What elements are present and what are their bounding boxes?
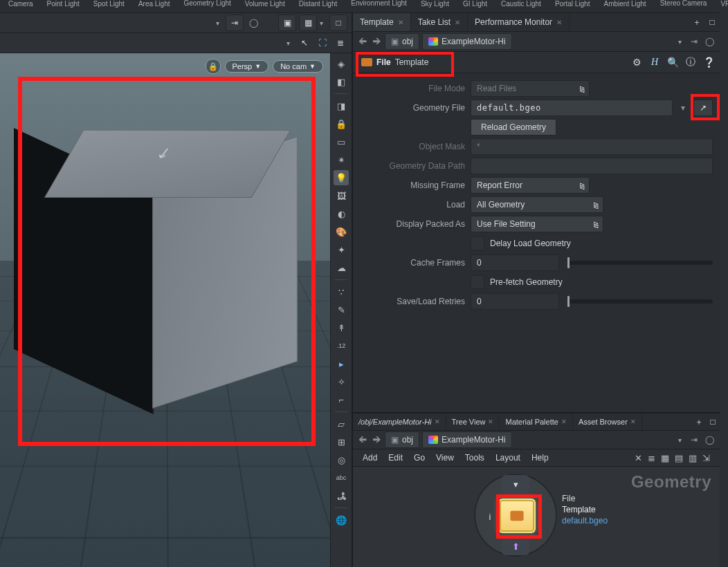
display-packed-combo[interactable]: Use File Setting [471,216,603,232]
maximize-pane-icon[interactable]: □ [329,15,347,31]
nav-back-icon[interactable]: 🡰 [357,37,368,46]
retries-slider[interactable] [567,299,713,304]
object-mask-field[interactable]: * [471,138,713,155]
shelf-stereo-camera[interactable]: Stereo Camera [656,0,711,6]
menu-tools[interactable]: Tools [465,453,484,463]
menu-layout[interactable]: Layout [495,453,520,463]
camera-menu-persp[interactable]: Persp▼ [225,60,269,73]
netpath-drop-icon[interactable]: ▾ [678,436,685,444]
prefetch-checkbox[interactable] [471,275,484,289]
nettab-tree-view[interactable]: Tree View✕ [446,413,500,430]
bg-img-icon[interactable]: 🖼 [334,188,349,203]
shelf-volume-light[interactable]: Volume Light [241,0,289,8]
display-options2-icon[interactable]: ▦ [299,15,317,31]
add-tab-icon[interactable]: ＋ [689,17,704,28]
pin-icon[interactable]: ⇥ [688,435,700,445]
xray-icon[interactable]: ✦ [334,242,349,257]
houdini-help-icon[interactable]: H [648,57,662,68]
wrench-icon[interactable]: ✕ [635,453,642,463]
info-icon[interactable]: ⓘ [684,56,698,68]
netpath-obj[interactable]: ▣ obj [385,431,419,448]
tab-performance-monitor[interactable]: Performance Monitor✕ [468,13,570,31]
close-icon[interactable]: ✕ [398,19,403,26]
tab-template[interactable]: Template✕ [353,13,411,31]
shelf-ambient-light[interactable]: Ambient Light [599,0,650,8]
shelf-geometry-light[interactable]: Geometry Light [179,0,235,6]
point-num-icon[interactable]: .12 [334,338,349,353]
menu-add[interactable]: Add [363,453,377,463]
headlight-icon[interactable]: 💡 [334,170,349,185]
globe-icon[interactable]: ◯ [703,37,716,46]
add-tab-icon[interactable]: ＋ [692,416,706,428]
display-options-icon[interactable]: ▣ [278,15,296,31]
ref-plane-icon[interactable]: ◨ [334,98,349,113]
pin-icon[interactable]: ⇥ [688,37,700,46]
shelf-gi-light[interactable]: GI Light [459,0,491,8]
shelf-caustic-light[interactable]: Caustic Light [497,0,545,8]
lock-icon[interactable]: 🔒 [334,116,349,131]
nettab-asset-browser[interactable]: Asset Browser✕ [573,413,642,430]
shelf-environment-light[interactable]: Environment Light [347,0,411,6]
retries-field[interactable]: 0 [471,293,559,310]
netpath-node[interactable]: ExampleMotor-Hi [422,431,512,448]
list-icon[interactable]: ≣ [648,453,655,463]
close-icon[interactable]: ✕ [556,19,562,26]
persp-icon[interactable]: ◈ [334,56,349,71]
geom-data-path-field[interactable] [471,158,713,174]
close-icon[interactable]: ✕ [435,418,440,425]
delay-load-checkbox[interactable] [471,236,484,250]
shelf-point-light[interactable]: Point Light [43,0,84,8]
shelf-spot-light[interactable]: Spot Light [89,0,129,8]
nav-forward-icon[interactable]: 🡲 [371,435,382,445]
menu-view[interactable]: View [436,453,454,463]
material-icon[interactable]: 🎨 [334,224,349,239]
brush-icon[interactable]: ✎ [334,302,349,317]
node-ring-menu[interactable]: ▾ i ⬆ File Template default.bgeo [471,474,581,564]
search-icon[interactable]: 🔍 [666,57,680,68]
gear-icon[interactable]: ⚙ [630,57,644,68]
globe-icon[interactable]: ◯ [703,435,716,445]
shelf-area-light[interactable]: Area Light [134,0,174,8]
maximize-pane-icon[interactable]: □ [706,417,720,427]
point-disp-icon[interactable]: ∵ [334,284,349,299]
ghost-icon[interactable]: ☁ [334,260,349,275]
shelf-portal-light[interactable]: Portal Light [551,0,594,8]
menu-go[interactable]: Go [414,453,425,463]
file-mode-combo[interactable]: Read Files [471,80,590,97]
ruler-icon[interactable]: ⌐ [334,392,349,407]
toolbar-drop-icon[interactable]: ▾ [216,19,223,27]
lock-view-icon[interactable]: 🔒 [206,59,221,74]
image-bg-icon[interactable]: 🏞 [334,488,349,503]
snap-toggle-icon[interactable]: ⇥ [226,15,244,31]
close-icon[interactable]: ✕ [561,418,567,425]
path-drop-icon[interactable]: ▾ [678,38,685,46]
path-obj[interactable]: ▣ obj [385,33,419,50]
cache-frames-slider[interactable] [567,261,713,265]
maximize-pane-icon[interactable]: □ [704,17,720,27]
origin-icon[interactable]: ◎ [334,452,349,467]
node-ring-top-icon[interactable]: ▾ [502,475,529,493]
cache-frames-field[interactable]: 0 [471,254,559,271]
load-combo[interactable]: All Geometry [471,196,603,213]
viewport-3d[interactable]: ↙ 🔒 Persp▼ No cam▼ [0,53,330,567]
globe-icon[interactable]: ◯ [246,15,260,30]
nav-forward-icon[interactable]: 🡲 [371,37,382,46]
file-chooser-button[interactable]: ↗ [693,100,713,116]
sheet-icon[interactable]: ▥ [689,453,697,463]
reload-geometry-button[interactable]: Reload Geometry [471,119,556,136]
ortho-icon[interactable]: ▭ [334,134,349,149]
select-filter-icon[interactable]: ≣ [334,35,347,50]
path-node[interactable]: ExampleMotor-Hi [422,33,512,50]
missing-frame-combo[interactable]: Report Error [471,177,590,194]
shelf-vr-camera[interactable]: VR Camera [716,0,728,8]
select-arrow-icon[interactable]: ↖ [298,35,311,50]
hull-icon[interactable]: ▱ [334,416,349,431]
toolbar-drop2-icon[interactable]: ▾ [320,19,327,27]
label-abc-icon[interactable]: abc [334,470,349,485]
nettab-material-palette[interactable]: Material Palette✕ [500,413,572,430]
envmap-icon[interactable]: 🌐 [334,512,349,528]
file-node-tile[interactable] [498,499,536,533]
nettab-path[interactable]: /obj/ExampleMotor-Hi✕ [353,413,446,430]
tab-take-list[interactable]: Take List✕ [411,13,468,31]
close-icon[interactable]: ✕ [455,19,460,26]
